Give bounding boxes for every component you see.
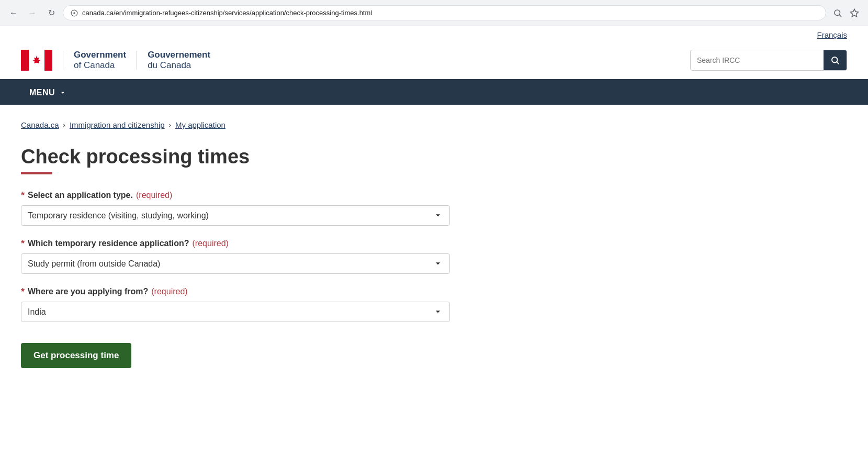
breadcrumb-my-application[interactable]: My application (175, 120, 226, 129)
breadcrumb-sep-2: › (169, 121, 171, 129)
field1-required-text: (required) (136, 191, 172, 200)
required-star-2: * (21, 238, 25, 249)
svg-point-1 (73, 12, 75, 14)
breadcrumb-immigration[interactable]: Immigration and citizenship (70, 120, 165, 129)
field3-label-text: Where are you applying from? (28, 287, 148, 296)
temp-residence-label: * Which temporary residence application?… (21, 238, 450, 249)
gov-title-block: Government of Canada Gouvernement du Can… (74, 50, 210, 71)
logo-divider (63, 51, 63, 70)
search-input[interactable] (691, 52, 824, 69)
field2-label-text: Which temporary residence application? (28, 239, 189, 248)
title-underline (21, 172, 52, 174)
country-select[interactable]: India China United States United Kingdom… (21, 302, 450, 322)
page-title: Check processing times (21, 145, 450, 169)
svg-line-3 (839, 15, 841, 16)
lock-icon (71, 9, 78, 17)
svg-marker-4 (851, 9, 859, 16)
logo-area: Government of Canada Gouvernement du Can… (21, 50, 210, 71)
back-button[interactable]: ← (6, 6, 21, 20)
temp-residence-type-section: * Which temporary residence application?… (21, 238, 450, 274)
forward-button[interactable]: → (25, 6, 40, 20)
menu-label: MENU (29, 88, 55, 97)
language-toggle[interactable]: Français (817, 30, 847, 39)
nav-bar: MENU (0, 81, 868, 105)
site-header: Government of Canada Gouvernement du Can… (0, 41, 868, 81)
gov-name-fr: Gouvernement (148, 50, 210, 60)
chevron-down-icon (59, 89, 66, 96)
gov-of-fr: du Canada (148, 60, 210, 71)
field2-required-text: (required) (193, 239, 229, 248)
search-icon (833, 8, 842, 18)
title-divider (137, 51, 137, 70)
reload-button[interactable]: ↻ (44, 6, 59, 20)
bookmark-button[interactable] (847, 6, 862, 20)
top-bar: Français (0, 26, 868, 41)
gov-of-en: of Canada (74, 60, 126, 71)
menu-button[interactable]: MENU (21, 81, 75, 105)
flag-svg (21, 50, 52, 71)
search-button[interactable] (824, 50, 847, 70)
field3-required-text: (required) (151, 287, 187, 296)
get-processing-time-button[interactable]: Get processing time (21, 343, 131, 368)
svg-line-9 (837, 62, 838, 63)
search-icon (830, 56, 840, 65)
gov-name-en: Government (74, 50, 126, 60)
svg-rect-7 (44, 50, 52, 71)
star-icon (850, 8, 859, 18)
search-area (690, 50, 847, 71)
browser-right-icons (830, 6, 862, 20)
required-star-1: * (21, 190, 25, 201)
field1-label-text: Select an application type. (28, 191, 133, 200)
page-wrapper: Français Government (0, 26, 868, 384)
content-area: Canada.ca › Immigration and citizenship … (0, 105, 471, 384)
required-star-3: * (21, 286, 25, 297)
breadcrumb-sep-1: › (63, 121, 65, 129)
url-text: canada.ca/en/immigration-refugees-citize… (82, 9, 818, 17)
address-bar[interactable]: canada.ca/en/immigration-refugees-citize… (63, 5, 826, 20)
processing-time-form: * Select an application type. (required)… (21, 190, 450, 368)
breadcrumb-home[interactable]: Canada.ca (21, 120, 59, 129)
application-type-label: * Select an application type. (required) (21, 190, 450, 201)
canada-flag (21, 50, 52, 71)
application-type-select[interactable]: Temporary residence (visiting, studying,… (21, 205, 450, 226)
country-section: * Where are you applying from? (required… (21, 286, 450, 322)
browser-chrome: ← → ↻ canada.ca/en/immigration-refugees-… (0, 0, 868, 26)
breadcrumb: Canada.ca › Immigration and citizenship … (21, 120, 450, 129)
zoom-button[interactable] (830, 6, 845, 20)
svg-rect-6 (21, 50, 29, 71)
temp-residence-type-select[interactable]: Study permit (from outside Canada) Visit… (21, 253, 450, 274)
country-label: * Where are you applying from? (required… (21, 286, 450, 297)
application-type-section: * Select an application type. (required)… (21, 190, 450, 226)
